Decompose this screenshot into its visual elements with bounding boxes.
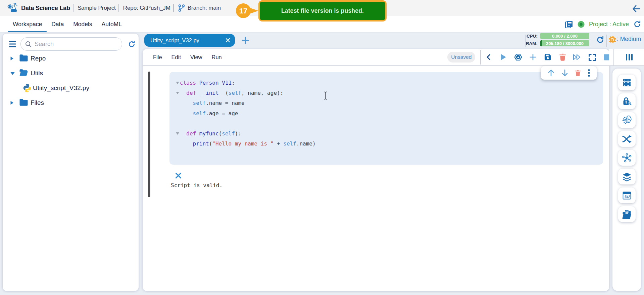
network-graph-icon xyxy=(622,153,632,163)
move-cell-down-icon[interactable] xyxy=(561,69,568,77)
svg-text:17: 17 xyxy=(239,7,247,15)
header-separator xyxy=(173,4,174,12)
tree-item-label: Repo xyxy=(31,55,46,62)
repo-label: Repo: GitPush_JM xyxy=(123,5,170,11)
toast-notification: Latest file version is pushed. xyxy=(258,0,387,22)
header-separator xyxy=(73,4,73,12)
refresh-tree-icon[interactable] xyxy=(128,40,136,48)
tab-data[interactable]: Data xyxy=(47,16,68,32)
add-cell-icon[interactable] xyxy=(526,50,540,65)
tools-rail: (x) xyxy=(612,69,641,291)
close-tab-icon[interactable] xyxy=(226,38,230,43)
menu-file[interactable]: File xyxy=(153,54,162,60)
delete-icon[interactable] xyxy=(555,50,570,65)
more-options-icon[interactable] xyxy=(588,69,590,77)
svg-text:(x): (x) xyxy=(624,194,630,198)
fold-caret-icon[interactable] xyxy=(175,82,180,84)
panel-toggle-header xyxy=(614,49,644,66)
ai-models-button[interactable] xyxy=(618,112,636,128)
code-line[interactable]: print("Hello my name is " + self.name) xyxy=(169,139,603,149)
refresh-resources-icon[interactable] xyxy=(596,36,604,45)
folder-open-icon xyxy=(19,69,28,78)
refresh-project-icon[interactable] xyxy=(633,20,641,28)
tab-models[interactable]: Models xyxy=(68,16,97,32)
code-cell[interactable]: class Person_V11: def __init__(self, nam… xyxy=(169,72,603,165)
code-line[interactable]: class Person_V11: xyxy=(169,78,603,88)
step-badge: 17 xyxy=(235,2,259,20)
pipelines-button[interactable] xyxy=(618,131,636,147)
secrets-button[interactable] xyxy=(618,93,636,109)
move-cell-up-icon[interactable] xyxy=(548,69,554,77)
cpu-chip-icon xyxy=(608,36,616,45)
ram-label: RAM: xyxy=(524,41,538,46)
run-cell-icon[interactable] xyxy=(496,50,511,65)
back-arrow-icon[interactable] xyxy=(632,5,640,14)
code-line[interactable]: def __init__(self, name, age): xyxy=(169,88,603,98)
code-line[interactable]: def myfunc(self): xyxy=(169,128,603,138)
layers-button[interactable] xyxy=(618,169,636,184)
folder-icon xyxy=(19,54,28,63)
tab-automl[interactable]: AutoML xyxy=(97,16,127,32)
panel-columns-icon[interactable] xyxy=(625,53,634,61)
branch-info: Branch: main xyxy=(178,4,221,12)
explorer-header xyxy=(3,34,139,51)
instance-size-label: : Medium xyxy=(617,36,641,43)
python-file-icon xyxy=(23,84,32,93)
cpu-label: CPU: xyxy=(524,34,538,39)
tree-item-python-file[interactable]: Utiity_script_V32.py xyxy=(3,81,139,95)
step-back-icon[interactable] xyxy=(481,50,496,65)
variable-window-icon: (x) xyxy=(622,191,632,200)
fullscreen-icon[interactable] xyxy=(585,50,599,65)
ai-brain-icon xyxy=(622,116,632,125)
editor-panel: File Edit View Run Unsaved xyxy=(143,49,609,291)
toolbar-actions: Unsaved xyxy=(447,49,614,65)
search-input-wrap xyxy=(20,37,122,51)
output-close-icon[interactable] xyxy=(175,172,182,180)
project-name: Sample Project xyxy=(78,5,116,11)
editor-scrollbar[interactable] xyxy=(148,72,150,197)
cell-actions-toolbar xyxy=(541,66,597,80)
tree-item-repo[interactable]: Repo xyxy=(3,51,139,66)
tree-item-utils[interactable]: Utils xyxy=(3,66,139,81)
open-file-tab[interactable]: Utiity_script_V32.py xyxy=(144,34,235,47)
code-line[interactable]: self.name = name xyxy=(169,98,603,108)
code-line[interactable]: self.age = age xyxy=(169,108,603,118)
run-all-icon[interactable] xyxy=(570,50,585,65)
tree-item-files[interactable]: Files xyxy=(3,95,139,110)
menu-view[interactable]: View xyxy=(190,54,202,60)
project-logs-icon[interactable] xyxy=(565,20,573,29)
project-files-button[interactable] xyxy=(618,206,636,222)
chevron-down-icon[interactable] xyxy=(10,72,15,75)
hamburger-menu-icon[interactable] xyxy=(9,41,16,47)
fold-caret-icon[interactable] xyxy=(175,132,180,135)
file-tab-label: Utiity_script_V32.py xyxy=(150,37,199,44)
status-dot-icon xyxy=(578,21,585,28)
ram-usage-bar: 205.180 / 8000.000 xyxy=(540,40,589,46)
menu-run[interactable]: Run xyxy=(212,54,222,60)
chevron-right-icon[interactable] xyxy=(10,100,15,105)
chevron-right-icon[interactable] xyxy=(10,56,15,61)
lock-key-icon xyxy=(622,97,632,106)
git-branch-icon xyxy=(178,4,185,12)
fold-caret-icon[interactable] xyxy=(175,92,180,94)
folder-documents-icon xyxy=(622,210,632,219)
save-icon[interactable] xyxy=(540,50,555,65)
app-title: Data Science Lab xyxy=(21,5,70,12)
search-input[interactable] xyxy=(35,41,112,48)
tree-item-label: Utils xyxy=(31,70,43,77)
tab-workspace[interactable]: Workspace xyxy=(8,16,47,32)
cpu-usage-bar: 0.000 / 2.000 xyxy=(540,33,589,39)
shuffle-icon xyxy=(622,135,632,143)
new-tab-button[interactable] xyxy=(241,36,249,46)
toast-message: Latest file version is pushed. xyxy=(281,7,364,14)
code-line[interactable] xyxy=(169,118,603,128)
text-cursor xyxy=(323,91,328,101)
data-sources-button[interactable] xyxy=(618,75,636,90)
delete-cell-icon[interactable] xyxy=(575,70,581,76)
file-explorer-panel: Repo Utils Utiity_script_V32.py xyxy=(3,34,139,291)
menu-edit[interactable]: Edit xyxy=(171,54,181,60)
variables-button[interactable]: (x) xyxy=(618,187,636,203)
debug-settings-icon[interactable] xyxy=(511,50,526,65)
project-status: Project : Active xyxy=(589,21,629,28)
graph-button[interactable] xyxy=(618,150,636,166)
